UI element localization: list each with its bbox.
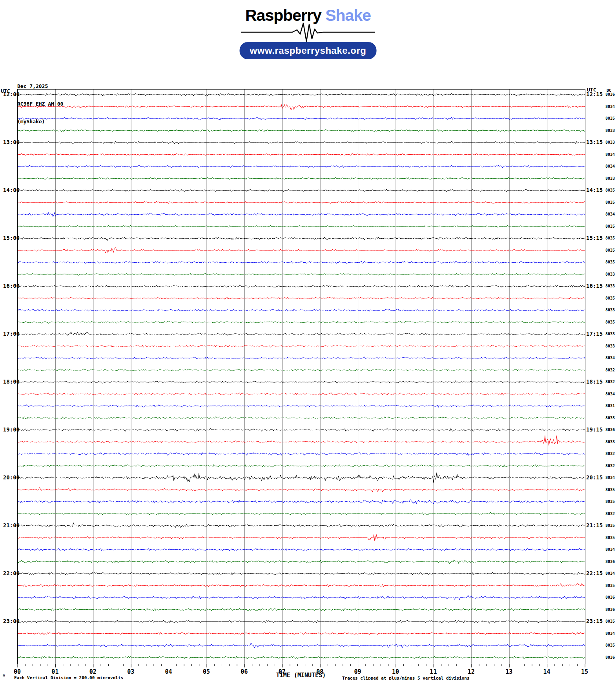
seismogram-trace-row xyxy=(18,189,585,192)
dc-value: 8034 xyxy=(605,356,615,360)
row-time-label-right: 20:15 xyxy=(586,474,603,481)
row-time-label-left: 22:00 xyxy=(0,570,20,576)
x-axis-title: TIME (MINUTES) xyxy=(276,672,326,679)
seismogram-trace-row xyxy=(18,225,585,228)
row-time-label-right: 22:15 xyxy=(586,570,603,576)
corner-mark: m xyxy=(3,673,5,677)
seismogram-trace-row xyxy=(18,332,585,336)
vertical-division-note: Each Vertical Division = 200.00 microvol… xyxy=(14,675,123,680)
x-tick-label: 02 xyxy=(84,668,102,675)
dc-value: 8032 xyxy=(605,368,615,373)
dc-value: 8035 xyxy=(605,248,615,253)
seismogram-trace-row xyxy=(18,369,585,371)
dc-value: 8034 xyxy=(605,475,615,480)
seismogram-trace-row xyxy=(18,417,585,419)
seismogram-trace-row xyxy=(18,273,585,276)
seismogram-trace-row xyxy=(18,583,585,587)
dc-value: 8034 xyxy=(605,164,615,169)
seismogram-trace-row xyxy=(18,436,585,446)
dc-value: 8036 xyxy=(605,655,615,660)
row-time-label-right: 23:15 xyxy=(586,618,603,624)
row-time-label-right: 15:15 xyxy=(586,235,603,241)
x-tick-label: 06 xyxy=(235,668,253,675)
seismogram-trace-row xyxy=(18,321,585,324)
x-tick-label: 01 xyxy=(46,668,64,675)
dc-value: 8035 xyxy=(605,643,615,648)
seismogram-trace-row xyxy=(18,165,585,168)
row-time-label-right: 12:15 xyxy=(586,91,603,97)
dc-value: 8035 xyxy=(605,619,615,624)
dc-value: 8033 xyxy=(605,344,615,349)
seismogram-trace-row xyxy=(18,513,585,515)
x-tick-label: 03 xyxy=(122,668,139,675)
x-tick-label: 13 xyxy=(500,668,518,675)
seismogram-trace-row xyxy=(18,104,585,110)
seismogram-trace-row xyxy=(18,473,585,483)
seismogram-trace-row xyxy=(18,464,585,467)
seismogram-trace-row xyxy=(18,393,585,395)
seismogram-trace-row xyxy=(18,534,585,541)
dc-value: 8033 xyxy=(605,176,615,181)
dc-value: 8035 xyxy=(605,260,615,265)
dc-value: 8031 xyxy=(605,404,615,408)
dc-value: 8035 xyxy=(605,236,615,241)
row-time-label-left: 16:00 xyxy=(0,283,20,289)
row-time-label-right: 16:15 xyxy=(586,283,603,289)
dc-value: 8033 xyxy=(605,440,615,444)
dc-value: 8034 xyxy=(605,104,615,109)
row-time-label-right: 21:15 xyxy=(586,522,603,528)
row-time-label-left: 13:00 xyxy=(0,139,20,145)
seismogram-trace-row xyxy=(18,405,585,408)
row-time-label-left: 23:00 xyxy=(0,618,20,624)
station-date: Dec 7,2025 xyxy=(17,83,63,89)
seismogram-trace-row xyxy=(18,452,585,455)
dc-value: 8035 xyxy=(605,416,615,420)
clipping-note: Traces clipped at plus/minus 5 vertical … xyxy=(342,676,470,680)
dc-value: 8035 xyxy=(605,536,615,540)
waveform-icon xyxy=(230,22,386,42)
row-time-label-left: 17:00 xyxy=(0,331,20,337)
dc-value: 8035 xyxy=(605,296,615,301)
x-tick-label: 14 xyxy=(538,668,556,675)
row-time-label-left: 21:00 xyxy=(0,522,20,528)
x-tick-label: 09 xyxy=(349,668,366,675)
dc-value: 8035 xyxy=(605,200,615,205)
row-time-label-left: 19:00 xyxy=(0,426,20,433)
x-tick-label: 04 xyxy=(160,668,177,675)
seismogram-trace-row xyxy=(18,201,585,204)
dc-value: 8034 xyxy=(605,631,615,636)
dc-value: 8033 xyxy=(605,284,615,289)
seismogram-trace-row xyxy=(18,548,585,551)
dc-value: 8035 xyxy=(605,488,615,492)
dc-value: 8036 xyxy=(605,595,615,600)
dc-value: 8034 xyxy=(605,152,615,157)
x-tick-label: 11 xyxy=(425,668,442,675)
dc-value: 8033 xyxy=(605,128,615,133)
dc-value: 8035 xyxy=(605,499,615,504)
dc-value: 8033 xyxy=(605,272,615,277)
dc-value: 8034 xyxy=(605,212,615,217)
row-time-label-left: 12:00 xyxy=(0,91,20,97)
dc-value: 8032 xyxy=(605,452,615,456)
seismogram-trace-row xyxy=(18,93,585,96)
dc-value: 8035 xyxy=(605,188,615,193)
seismogram-trace-row xyxy=(18,309,585,311)
seismogram-trace-row xyxy=(18,620,585,623)
seismogram-trace-row xyxy=(18,572,585,575)
seismogram-trace-row xyxy=(18,141,585,144)
seismogram-trace-row xyxy=(18,608,585,611)
row-time-label-right: 17:15 xyxy=(586,331,603,337)
row-time-label-right: 14:15 xyxy=(586,187,603,193)
seismogram-trace-row xyxy=(18,656,585,659)
seismogram-trace-row xyxy=(18,643,585,648)
seismogram-trace-row xyxy=(18,595,585,600)
dc-value: 8034 xyxy=(605,547,615,552)
website-link[interactable]: www.raspberryshake.org xyxy=(240,42,377,59)
row-time-label-right: 19:15 xyxy=(586,426,603,433)
dc-value: 8036 xyxy=(605,428,615,432)
dc-value: 8035 xyxy=(605,224,615,229)
dc-value: 8032 xyxy=(605,380,615,384)
seismogram-trace-row xyxy=(18,237,585,241)
x-tick-label: 10 xyxy=(387,668,404,675)
seismogram-trace-row xyxy=(18,428,585,431)
